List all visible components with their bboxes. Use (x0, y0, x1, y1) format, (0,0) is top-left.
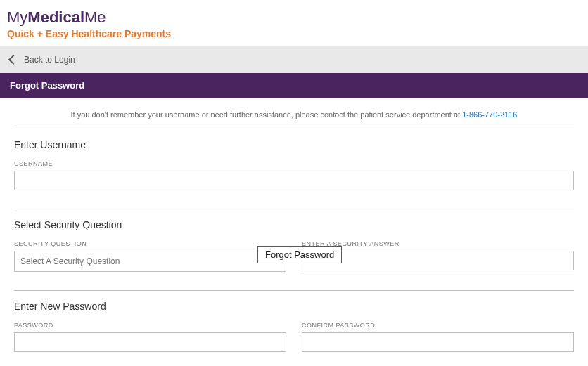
section-title-username: Enter Username (14, 139, 574, 150)
tooltip: Forgot Password (257, 246, 342, 263)
confirm-password-label: CONFIRM PASSWORD (302, 322, 574, 329)
breadcrumb-bar: Back to Login (0, 46, 588, 73)
logo-part2: Medical (27, 8, 84, 26)
logo-part1: My (7, 8, 27, 26)
security-question-placeholder: Select A Security Question (20, 256, 120, 266)
username-input[interactable] (14, 171, 574, 190)
section-title-security: Select Security Question (14, 219, 574, 230)
assist-phone-link[interactable]: 1-866-770-2116 (462, 110, 517, 119)
password-input[interactable] (14, 332, 286, 352)
section-title-newpass: Enter New Password (14, 301, 574, 312)
page-title: Forgot Password (10, 80, 84, 91)
security-question-label: SECURITY QUESTION (14, 240, 286, 247)
divider (14, 290, 574, 291)
security-question-select[interactable]: Select A Security Question (14, 251, 286, 272)
page-title-bar: Forgot Password (0, 73, 588, 98)
security-answer-input[interactable] (302, 251, 574, 270)
main-content: If you don't remember your username or n… (0, 98, 588, 366)
app-header: MyMedicalMe Quick + Easy Healthcare Paym… (0, 0, 588, 46)
app-tagline: Quick + Easy Healthcare Payments (7, 28, 581, 39)
chevron-left-icon (8, 55, 18, 65)
divider (14, 209, 574, 209)
back-to-login-link[interactable]: Back to Login (24, 55, 75, 65)
password-label: PASSWORD (14, 322, 286, 329)
assist-text: If you don't remember your username or n… (71, 110, 463, 119)
divider (14, 129, 574, 129)
app-logo: MyMedicalMe (7, 8, 581, 27)
security-answer-label: ENTER A SECURITY ANSWER (302, 240, 574, 247)
confirm-password-input[interactable] (302, 332, 574, 352)
logo-part3: Me (84, 8, 106, 26)
username-label: USERNAME (14, 160, 574, 167)
assist-message: If you don't remember your username or n… (14, 110, 574, 119)
